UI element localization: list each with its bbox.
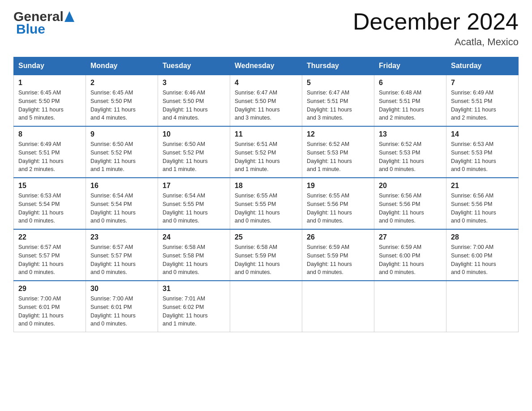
day-number: 19	[307, 182, 369, 190]
day-number: 12	[307, 130, 369, 138]
calendar-cell: 9Sunrise: 6:50 AMSunset: 5:52 PMDaylight…	[86, 126, 158, 178]
day-info: Sunrise: 7:01 AMSunset: 6:02 PMDaylight:…	[163, 295, 225, 328]
calendar-cell: 26Sunrise: 6:59 AMSunset: 5:59 PMDayligh…	[302, 229, 374, 281]
day-number: 26	[307, 233, 369, 241]
weekday-header-friday: Friday	[374, 57, 446, 75]
calendar-week-row: 29Sunrise: 7:00 AMSunset: 6:01 PMDayligh…	[14, 281, 519, 332]
calendar-cell: 11Sunrise: 6:51 AMSunset: 5:52 PMDayligh…	[230, 126, 302, 178]
title-area: December 2024 Acatla, Mexico	[353, 9, 519, 48]
calendar-week-row: 22Sunrise: 6:57 AMSunset: 5:57 PMDayligh…	[14, 229, 519, 281]
calendar-cell: 23Sunrise: 6:57 AMSunset: 5:57 PMDayligh…	[86, 229, 158, 281]
day-number: 24	[163, 233, 225, 241]
month-title: December 2024	[353, 9, 519, 34]
calendar-cell: 14Sunrise: 6:53 AMSunset: 5:53 PMDayligh…	[446, 126, 519, 178]
calendar-cell: 12Sunrise: 6:52 AMSunset: 5:53 PMDayligh…	[302, 126, 374, 178]
day-number: 1	[18, 79, 81, 87]
day-number: 23	[90, 233, 153, 241]
day-number: 4	[235, 79, 297, 87]
day-info: Sunrise: 7:00 AMSunset: 6:01 PMDaylight:…	[18, 295, 81, 328]
day-info: Sunrise: 6:47 AMSunset: 5:51 PMDaylight:…	[307, 89, 369, 122]
logo-blue-text: Blue	[16, 21, 45, 37]
day-info: Sunrise: 6:57 AMSunset: 5:57 PMDaylight:…	[90, 243, 153, 277]
day-number: 14	[451, 130, 514, 138]
weekday-header-thursday: Thursday	[302, 57, 374, 75]
calendar-cell: 29Sunrise: 7:00 AMSunset: 6:01 PMDayligh…	[14, 281, 86, 332]
day-number: 29	[18, 285, 81, 293]
calendar-cell: 10Sunrise: 6:50 AMSunset: 5:52 PMDayligh…	[158, 126, 230, 178]
calendar-week-row: 8Sunrise: 6:49 AMSunset: 5:51 PMDaylight…	[14, 126, 519, 178]
calendar-cell	[302, 281, 374, 332]
day-info: Sunrise: 6:45 AMSunset: 5:50 PMDaylight:…	[90, 89, 153, 122]
day-number: 2	[90, 79, 153, 87]
day-info: Sunrise: 6:45 AMSunset: 5:50 PMDaylight:…	[18, 89, 81, 122]
calendar-cell: 31Sunrise: 7:01 AMSunset: 6:02 PMDayligh…	[158, 281, 230, 332]
day-info: Sunrise: 6:50 AMSunset: 5:52 PMDaylight:…	[163, 140, 225, 174]
day-info: Sunrise: 6:53 AMSunset: 5:54 PMDaylight:…	[18, 192, 81, 225]
day-info: Sunrise: 6:54 AMSunset: 5:55 PMDaylight:…	[163, 192, 225, 225]
day-info: Sunrise: 6:58 AMSunset: 5:58 PMDaylight:…	[163, 243, 225, 277]
calendar-week-row: 1Sunrise: 6:45 AMSunset: 5:50 PMDaylight…	[14, 75, 519, 126]
calendar-cell	[446, 281, 519, 332]
logo: General Blue	[13, 9, 74, 37]
day-number: 11	[235, 130, 297, 138]
day-number: 3	[163, 79, 225, 87]
day-info: Sunrise: 6:55 AMSunset: 5:56 PMDaylight:…	[307, 192, 369, 225]
day-info: Sunrise: 6:48 AMSunset: 5:51 PMDaylight:…	[379, 89, 442, 122]
location: Acatla, Mexico	[353, 36, 519, 48]
calendar-cell	[374, 281, 446, 332]
day-number: 7	[451, 79, 514, 87]
calendar-cell: 28Sunrise: 7:00 AMSunset: 6:00 PMDayligh…	[446, 229, 519, 281]
calendar-cell: 15Sunrise: 6:53 AMSunset: 5:54 PMDayligh…	[14, 178, 86, 229]
calendar-cell: 13Sunrise: 6:52 AMSunset: 5:53 PMDayligh…	[374, 126, 446, 178]
calendar-cell: 27Sunrise: 6:59 AMSunset: 6:00 PMDayligh…	[374, 229, 446, 281]
day-info: Sunrise: 6:58 AMSunset: 5:59 PMDaylight:…	[235, 243, 297, 277]
day-number: 21	[451, 182, 514, 190]
day-number: 31	[163, 285, 225, 293]
calendar-cell: 4Sunrise: 6:47 AMSunset: 5:50 PMDaylight…	[230, 75, 302, 126]
day-info: Sunrise: 6:52 AMSunset: 5:53 PMDaylight:…	[307, 140, 369, 174]
day-number: 25	[235, 233, 297, 241]
calendar-cell	[230, 281, 302, 332]
day-info: Sunrise: 6:59 AMSunset: 5:59 PMDaylight:…	[307, 243, 369, 277]
day-number: 8	[18, 130, 81, 138]
day-info: Sunrise: 6:47 AMSunset: 5:50 PMDaylight:…	[235, 89, 297, 122]
day-info: Sunrise: 6:46 AMSunset: 5:50 PMDaylight:…	[163, 89, 225, 122]
day-number: 18	[235, 182, 297, 190]
day-info: Sunrise: 7:00 AMSunset: 6:01 PMDaylight:…	[90, 295, 153, 328]
day-info: Sunrise: 6:56 AMSunset: 5:56 PMDaylight:…	[379, 192, 442, 225]
calendar-cell: 7Sunrise: 6:49 AMSunset: 5:51 PMDaylight…	[446, 75, 519, 126]
calendar-cell: 20Sunrise: 6:56 AMSunset: 5:56 PMDayligh…	[374, 178, 446, 229]
calendar-cell: 3Sunrise: 6:46 AMSunset: 5:50 PMDaylight…	[158, 75, 230, 126]
calendar-cell: 6Sunrise: 6:48 AMSunset: 5:51 PMDaylight…	[374, 75, 446, 126]
day-info: Sunrise: 6:52 AMSunset: 5:53 PMDaylight:…	[379, 140, 442, 174]
calendar-cell: 8Sunrise: 6:49 AMSunset: 5:51 PMDaylight…	[14, 126, 86, 178]
calendar-week-row: 15Sunrise: 6:53 AMSunset: 5:54 PMDayligh…	[14, 178, 519, 229]
calendar-cell: 5Sunrise: 6:47 AMSunset: 5:51 PMDaylight…	[302, 75, 374, 126]
logo-triangle-icon	[64, 10, 74, 23]
day-number: 13	[379, 130, 442, 138]
day-number: 6	[379, 79, 442, 87]
day-number: 27	[379, 233, 442, 241]
calendar-table: SundayMondayTuesdayWednesdayThursdayFrid…	[13, 57, 519, 332]
calendar-cell: 30Sunrise: 7:00 AMSunset: 6:01 PMDayligh…	[86, 281, 158, 332]
page-header: General Blue December 2024 Acatla, Mexic…	[13, 9, 519, 48]
calendar-cell: 25Sunrise: 6:58 AMSunset: 5:59 PMDayligh…	[230, 229, 302, 281]
day-info: Sunrise: 6:59 AMSunset: 6:00 PMDaylight:…	[379, 243, 442, 277]
day-info: Sunrise: 6:57 AMSunset: 5:57 PMDaylight:…	[18, 243, 81, 277]
weekday-header-wednesday: Wednesday	[230, 57, 302, 75]
day-number: 28	[451, 233, 514, 241]
day-info: Sunrise: 6:51 AMSunset: 5:52 PMDaylight:…	[235, 140, 297, 174]
calendar-cell: 18Sunrise: 6:55 AMSunset: 5:55 PMDayligh…	[230, 178, 302, 229]
calendar-cell: 17Sunrise: 6:54 AMSunset: 5:55 PMDayligh…	[158, 178, 230, 229]
day-number: 15	[18, 182, 81, 190]
day-info: Sunrise: 6:56 AMSunset: 5:56 PMDaylight:…	[451, 192, 514, 225]
calendar-cell: 16Sunrise: 6:54 AMSunset: 5:54 PMDayligh…	[86, 178, 158, 229]
day-info: Sunrise: 6:54 AMSunset: 5:54 PMDaylight:…	[90, 192, 153, 225]
calendar-cell: 21Sunrise: 6:56 AMSunset: 5:56 PMDayligh…	[446, 178, 519, 229]
weekday-header-saturday: Saturday	[446, 57, 519, 75]
weekday-header-sunday: Sunday	[14, 57, 86, 75]
svg-marker-0	[64, 11, 74, 22]
day-number: 17	[163, 182, 225, 190]
day-number: 22	[18, 233, 81, 241]
day-number: 9	[90, 130, 153, 138]
